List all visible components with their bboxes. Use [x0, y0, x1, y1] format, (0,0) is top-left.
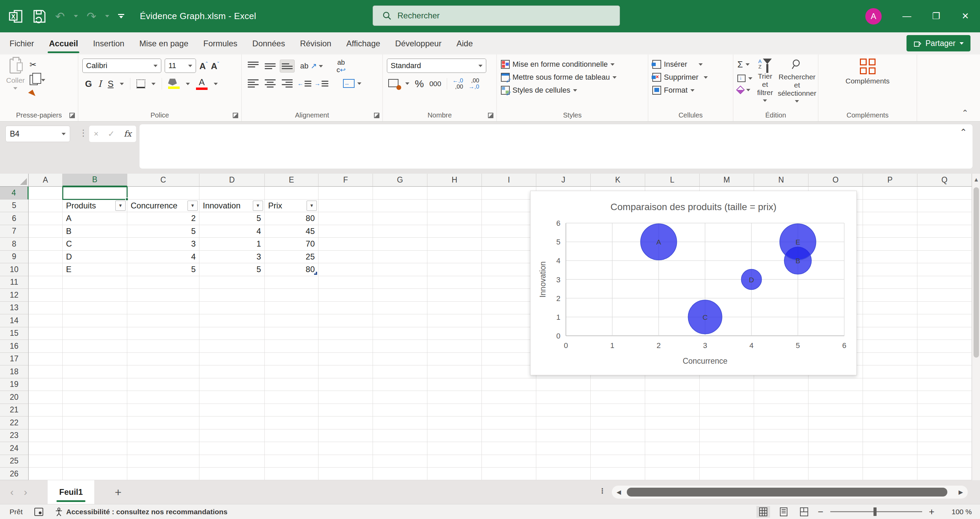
- column-header-F[interactable]: F: [318, 174, 373, 187]
- cell-G16[interactable]: [373, 340, 427, 353]
- cell-H22[interactable]: [427, 417, 482, 430]
- cell-B10[interactable]: E: [63, 263, 127, 276]
- cell-Q22[interactable]: [917, 417, 972, 430]
- cell-F5[interactable]: [318, 200, 373, 212]
- cell-F19[interactable]: [318, 378, 373, 391]
- cell-K20[interactable]: [591, 391, 645, 404]
- cell-A19[interactable]: [29, 378, 63, 391]
- cell-H23[interactable]: [427, 430, 482, 442]
- cell-C15[interactable]: [127, 327, 199, 340]
- cell-H18[interactable]: [427, 366, 482, 378]
- align-middle-icon[interactable]: [263, 60, 278, 72]
- cell-B7[interactable]: B: [63, 225, 127, 238]
- merge-center-button[interactable]: ↔: [343, 79, 361, 88]
- cell-G10[interactable]: [373, 263, 427, 276]
- cell-C26[interactable]: [127, 468, 199, 480]
- column-header-D[interactable]: D: [199, 174, 265, 187]
- cell-D23[interactable]: [199, 430, 265, 442]
- cell-B12[interactable]: [63, 289, 127, 302]
- vertical-scrollbar[interactable]: ▲: [972, 174, 980, 480]
- cell-L24[interactable]: [645, 442, 700, 455]
- addins-button[interactable]: Compléments: [846, 59, 890, 108]
- prev-sheet-icon[interactable]: ‹: [10, 486, 14, 498]
- format-cells-button[interactable]: Format: [652, 86, 729, 95]
- cell-Q9[interactable]: [917, 251, 972, 263]
- cell-P14[interactable]: [863, 314, 917, 327]
- sort-filter-button[interactable]: AZ Trier et filtrer: [757, 59, 773, 108]
- cell-F8[interactable]: [318, 238, 373, 251]
- cell-L22[interactable]: [645, 417, 700, 430]
- enter-icon[interactable]: ✓: [108, 129, 115, 139]
- filter-dropdown-icon-D5[interactable]: ▼: [253, 201, 263, 211]
- cell-I17[interactable]: [482, 353, 536, 366]
- format-painter-icon[interactable]: [28, 89, 37, 98]
- cell-P7[interactable]: [863, 225, 917, 238]
- cell-P24[interactable]: [863, 442, 917, 455]
- cell-B13[interactable]: [63, 302, 127, 315]
- row-header-18[interactable]: 18: [0, 366, 29, 378]
- cut-icon[interactable]: ✂: [30, 60, 45, 69]
- cell-E16[interactable]: [265, 340, 318, 353]
- cell-B15[interactable]: [63, 327, 127, 340]
- cell-A7[interactable]: [29, 225, 63, 238]
- column-header-O[interactable]: O: [808, 174, 863, 187]
- cell-G23[interactable]: [373, 430, 427, 442]
- ribbon-tab-affichage[interactable]: Affichage: [339, 32, 388, 54]
- cell-H17[interactable]: [427, 353, 482, 366]
- cell-E23[interactable]: [265, 430, 318, 442]
- cell-P18[interactable]: [863, 366, 917, 378]
- cell-P8[interactable]: [863, 238, 917, 251]
- scroll-up-icon[interactable]: ▲: [972, 176, 980, 183]
- cell-N25[interactable]: [754, 455, 808, 468]
- cell-M26[interactable]: [700, 468, 754, 480]
- cell-D14[interactable]: [199, 314, 265, 327]
- cell-D6[interactable]: 5: [199, 212, 265, 225]
- page-layout-view-icon[interactable]: [777, 506, 791, 517]
- cell-O21[interactable]: [808, 404, 863, 417]
- insert-cells-button[interactable]: ← Insérer: [652, 60, 729, 69]
- cell-B5[interactable]: Produits▼: [63, 200, 127, 212]
- cell-D4[interactable]: [199, 187, 265, 200]
- row-header-17[interactable]: 17: [0, 353, 29, 366]
- cell-F18[interactable]: [318, 366, 373, 378]
- cell-E20[interactable]: [265, 391, 318, 404]
- cell-G13[interactable]: [373, 302, 427, 315]
- filter-dropdown-icon-B5[interactable]: ▼: [115, 201, 126, 211]
- cell-A24[interactable]: [29, 442, 63, 455]
- cell-J23[interactable]: [536, 430, 591, 442]
- cell-H16[interactable]: [427, 340, 482, 353]
- cell-L25[interactable]: [645, 455, 700, 468]
- cell-B18[interactable]: [63, 366, 127, 378]
- cell-C19[interactable]: [127, 378, 199, 391]
- cell-D17[interactable]: [199, 353, 265, 366]
- collapse-formula-bar-icon[interactable]: ⌃: [959, 127, 967, 137]
- cell-B8[interactable]: C: [63, 238, 127, 251]
- cell-A11[interactable]: [29, 276, 63, 289]
- cell-Q17[interactable]: [917, 353, 972, 366]
- cell-F14[interactable]: [318, 314, 373, 327]
- cell-D20[interactable]: [199, 391, 265, 404]
- cell-O20[interactable]: [808, 391, 863, 404]
- accounting-dropdown-icon[interactable]: [405, 82, 409, 85]
- column-header-A[interactable]: A: [29, 174, 63, 187]
- cell-I7[interactable]: [482, 225, 536, 238]
- row-header-19[interactable]: 19: [0, 378, 29, 391]
- column-header-N[interactable]: N: [754, 174, 808, 187]
- cell-P17[interactable]: [863, 353, 917, 366]
- cell-E11[interactable]: [265, 276, 318, 289]
- cell-O22[interactable]: [808, 417, 863, 430]
- cell-G17[interactable]: [373, 353, 427, 366]
- cell-H24[interactable]: [427, 442, 482, 455]
- cell-Q24[interactable]: [917, 442, 972, 455]
- account-avatar[interactable]: A: [855, 0, 892, 32]
- cell-A15[interactable]: [29, 327, 63, 340]
- cell-P4[interactable]: [863, 187, 917, 200]
- cell-E19[interactable]: [265, 378, 318, 391]
- bubble-chart[interactable]: Comparaison des produits (taille = prix)…: [530, 191, 857, 375]
- cell-F26[interactable]: [318, 468, 373, 480]
- cell-F15[interactable]: [318, 327, 373, 340]
- cell-B22[interactable]: [63, 417, 127, 430]
- row-header-6[interactable]: 6: [0, 212, 29, 225]
- cell-C7[interactable]: 5: [127, 225, 199, 238]
- cell-H5[interactable]: [427, 200, 482, 212]
